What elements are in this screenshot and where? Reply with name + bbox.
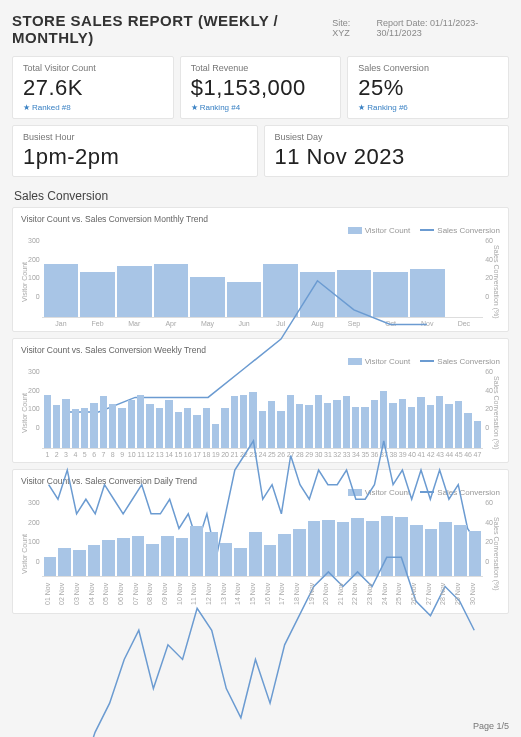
x-tick-label: 23 bbox=[249, 451, 256, 458]
bar bbox=[381, 516, 394, 576]
x-tick-label: Jan bbox=[44, 320, 79, 327]
bar bbox=[308, 521, 321, 576]
x-tick-label: 05 Nov bbox=[102, 579, 115, 609]
card-rank: ★Ranking #4 bbox=[191, 103, 331, 112]
x-tick-label: 11 Nov bbox=[190, 579, 203, 609]
y-axis-label-right: Sales Conversation (%) bbox=[493, 376, 500, 450]
bar bbox=[337, 270, 372, 317]
x-tick-label: 1 bbox=[44, 451, 51, 458]
chart-panel: Visitor Count vs. Sales Conversion Weekl… bbox=[12, 338, 509, 463]
x-tick-label: 06 Nov bbox=[117, 579, 130, 609]
bar bbox=[351, 518, 364, 576]
x-tick-label: 26 bbox=[277, 451, 284, 458]
card-label: Busiest Day bbox=[275, 132, 499, 142]
bar bbox=[53, 405, 60, 448]
x-tick-label: Sep bbox=[337, 320, 372, 327]
bar bbox=[315, 395, 322, 448]
x-tick-label: 44 bbox=[445, 451, 452, 458]
card-value: 11 Nov 2023 bbox=[275, 144, 499, 170]
x-tick-label: 25 bbox=[268, 451, 275, 458]
bar bbox=[190, 526, 203, 576]
x-tick-label: 12 bbox=[146, 451, 153, 458]
x-tick-label: 5 bbox=[81, 451, 88, 458]
bar bbox=[190, 277, 225, 317]
bar bbox=[72, 409, 79, 448]
x-tick-label: 40 bbox=[408, 451, 415, 458]
x-tick-label: Apr bbox=[154, 320, 189, 327]
bar bbox=[352, 407, 359, 448]
x-tick-label: 16 Nov bbox=[264, 579, 277, 609]
bar bbox=[454, 525, 467, 576]
y-axis-label-left: Visitor Count bbox=[21, 262, 28, 302]
bar bbox=[44, 264, 79, 317]
x-tick-label: 18 bbox=[203, 451, 210, 458]
card-label: Busiest Hour bbox=[23, 132, 247, 142]
bar bbox=[212, 424, 219, 448]
chart-legend: Visitor CountSales Conversion bbox=[21, 226, 500, 235]
bar bbox=[184, 408, 191, 448]
chart-panel: Visitor Count vs. Sales Conversion Daily… bbox=[12, 469, 509, 614]
x-tick-label: 36 bbox=[371, 451, 378, 458]
bar bbox=[324, 403, 331, 448]
bar bbox=[102, 540, 115, 576]
bar bbox=[146, 544, 159, 576]
x-tick-label: 01 Nov bbox=[44, 579, 57, 609]
bar bbox=[277, 411, 284, 448]
bar bbox=[389, 403, 396, 448]
x-tick-label: 33 bbox=[343, 451, 350, 458]
x-tick-label: Feb bbox=[80, 320, 115, 327]
bar bbox=[161, 536, 174, 576]
x-tick-label: 27 bbox=[287, 451, 294, 458]
bar bbox=[44, 557, 57, 576]
y-axis-label-left: Visitor Count bbox=[21, 534, 28, 574]
x-tick-label: 20 bbox=[221, 451, 228, 458]
card-label: Total Revenue bbox=[191, 63, 331, 73]
x-tick-label: 03 Nov bbox=[73, 579, 86, 609]
bar bbox=[333, 400, 340, 448]
bar bbox=[366, 521, 379, 576]
x-tick-label: 2 bbox=[53, 451, 60, 458]
x-tick-label: 35 bbox=[361, 451, 368, 458]
bar bbox=[203, 408, 210, 448]
x-tick-label: 24 bbox=[259, 451, 266, 458]
bar bbox=[293, 529, 306, 576]
x-tick-label: 10 bbox=[128, 451, 135, 458]
x-tick-label: 13 bbox=[156, 451, 163, 458]
bar bbox=[278, 534, 291, 576]
x-tick-label: Dec bbox=[447, 320, 482, 327]
x-tick-label: 24 Nov bbox=[381, 579, 394, 609]
bar bbox=[58, 548, 71, 576]
chart-area: Visitor Count300200100012345678910111213… bbox=[21, 368, 500, 458]
card-rank: ★Ranked #8 bbox=[23, 103, 163, 112]
x-tick-label: Oct bbox=[373, 320, 408, 327]
chart-title: Visitor Count vs. Sales Conversion Month… bbox=[21, 214, 500, 224]
bar bbox=[474, 421, 481, 448]
card-value: 27.6K bbox=[23, 75, 163, 101]
x-tick-label: 25 Nov bbox=[395, 579, 408, 609]
x-tick-label: 26 Nov bbox=[410, 579, 423, 609]
x-tick-label: 13 Nov bbox=[220, 579, 233, 609]
chart-title: Visitor Count vs. Sales Conversion Weekl… bbox=[21, 345, 500, 355]
x-tick-label: 08 Nov bbox=[146, 579, 159, 609]
bar bbox=[117, 538, 130, 577]
x-tick-label: 22 bbox=[240, 451, 247, 458]
bar bbox=[156, 408, 163, 448]
bars-container bbox=[42, 237, 484, 318]
x-tick-label: Nov bbox=[410, 320, 445, 327]
x-tick-label: 43 bbox=[436, 451, 443, 458]
bar bbox=[322, 520, 335, 576]
x-tick-label: 23 Nov bbox=[366, 579, 379, 609]
x-tick-label: 10 Nov bbox=[176, 579, 189, 609]
x-tick-label: 8 bbox=[109, 451, 116, 458]
bar bbox=[81, 408, 88, 448]
legend-swatch-line bbox=[420, 229, 434, 231]
card-busiest-hour: Busiest Hour 1pm-2pm bbox=[12, 125, 258, 177]
site-label: Site: XYZ bbox=[332, 18, 366, 38]
bar bbox=[220, 543, 233, 576]
bar bbox=[439, 522, 452, 576]
x-tick-label: 16 bbox=[184, 451, 191, 458]
x-tick-label: 19 bbox=[212, 451, 219, 458]
x-tick-label: 30 bbox=[315, 451, 322, 458]
bar bbox=[337, 522, 350, 576]
x-tick-label: 12 Nov bbox=[205, 579, 218, 609]
